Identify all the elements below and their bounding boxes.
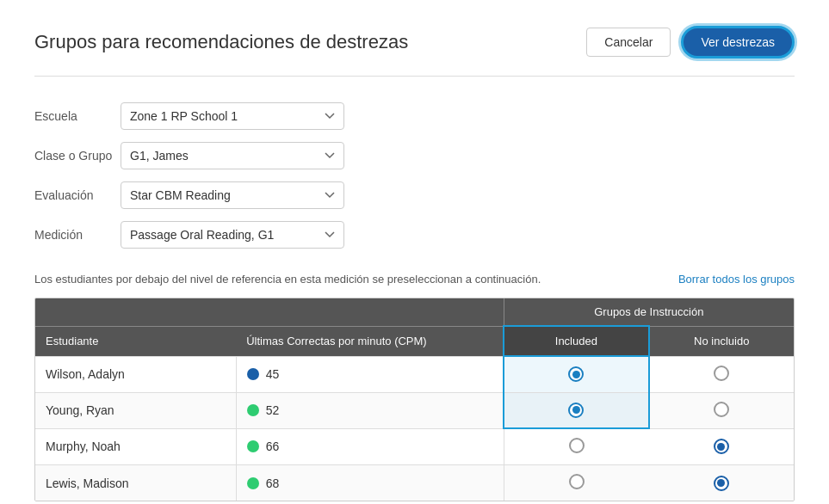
group-header-row: Grupos de Instrucción bbox=[35, 298, 794, 326]
not-included-radio-cell[interactable] bbox=[649, 356, 794, 392]
cpm-value: 45 bbox=[266, 367, 280, 381]
student-name-cell: Young, Ryan bbox=[35, 392, 236, 428]
included-radio[interactable] bbox=[569, 438, 585, 453]
included-radio[interactable] bbox=[568, 366, 584, 382]
clase-label: Clase o Grupo bbox=[34, 149, 121, 163]
score-dot bbox=[247, 404, 259, 416]
not-included-radio[interactable] bbox=[714, 366, 729, 381]
col-student-header: Estudiante bbox=[35, 326, 236, 356]
cancel-button[interactable]: Cancelar bbox=[586, 28, 671, 57]
escuela-label: Escuela bbox=[34, 109, 121, 123]
medicion-row: Medición Passage Oral Reading, G1 bbox=[34, 221, 795, 249]
student-name-cell: Lewis, Madison bbox=[35, 465, 236, 501]
not-included-radio[interactable] bbox=[714, 439, 729, 454]
cpm-cell: 68 bbox=[236, 465, 504, 501]
ver-destrezas-button[interactable]: Ver destrezas bbox=[681, 26, 795, 58]
form-section: Escuela Zone 1 RP School 1 Clase o Grupo… bbox=[34, 102, 795, 249]
info-text: Los estudiantes por debajo del nivel de … bbox=[34, 273, 541, 286]
cpm-value: 66 bbox=[266, 439, 280, 453]
included-radio-cell[interactable] bbox=[504, 465, 648, 501]
medicion-label: Medición bbox=[34, 228, 121, 242]
header-buttons: Cancelar Ver destrezas bbox=[586, 26, 795, 58]
not-included-radio[interactable] bbox=[714, 476, 729, 491]
score-dot bbox=[247, 477, 259, 489]
page-header: Grupos para recomendaciones de destrezas… bbox=[34, 26, 795, 77]
table-row: Lewis, Madison68 bbox=[35, 465, 794, 501]
not-included-radio[interactable] bbox=[714, 402, 729, 417]
table-row: Young, Ryan52 bbox=[35, 392, 794, 428]
not-included-radio-cell[interactable] bbox=[649, 392, 794, 428]
table-row: Murphy, Noah66 bbox=[35, 428, 794, 465]
medicion-select[interactable]: Passage Oral Reading, G1 bbox=[121, 221, 344, 249]
col-cpm-header: Últimas Correctas por minuto (CPM) bbox=[236, 326, 504, 356]
not-included-radio-cell[interactable] bbox=[649, 428, 794, 465]
not-included-radio-cell[interactable] bbox=[649, 465, 794, 501]
col-not-included-header: No incluido bbox=[649, 326, 794, 356]
clase-row: Clase o Grupo G1, James bbox=[34, 142, 795, 169]
included-radio-cell[interactable] bbox=[504, 428, 648, 465]
group-header-cell: Grupos de Instrucción bbox=[504, 298, 794, 326]
included-radio[interactable] bbox=[569, 474, 585, 489]
escuela-select[interactable]: Zone 1 RP School 1 bbox=[121, 102, 344, 130]
student-name-cell: Wilson, Adalyn bbox=[35, 356, 236, 392]
included-radio[interactable] bbox=[568, 403, 584, 418]
student-name-cell: Murphy, Noah bbox=[35, 428, 236, 465]
cpm-cell: 66 bbox=[236, 428, 504, 465]
cpm-cell: 45 bbox=[236, 356, 504, 392]
cpm-value: 52 bbox=[266, 403, 280, 417]
clear-groups-link[interactable]: Borrar todos los grupos bbox=[678, 273, 795, 286]
clase-select[interactable]: G1, James bbox=[121, 142, 344, 169]
students-table: Grupos de Instrucción Estudiante Últimas… bbox=[35, 298, 794, 501]
evaluacion-select[interactable]: Star CBM Reading bbox=[121, 181, 344, 209]
included-radio-cell[interactable] bbox=[504, 356, 648, 392]
escuela-row: Escuela Zone 1 RP School 1 bbox=[34, 102, 795, 130]
page-title: Grupos para recomendaciones de destrezas bbox=[34, 31, 408, 53]
col-included-header: Included bbox=[504, 326, 648, 356]
score-dot bbox=[247, 440, 259, 452]
score-dot bbox=[247, 368, 259, 380]
col-header-row: Estudiante Últimas Correctas por minuto … bbox=[35, 326, 794, 356]
students-table-container: Grupos de Instrucción Estudiante Últimas… bbox=[34, 298, 795, 501]
cpm-value: 68 bbox=[266, 476, 280, 490]
cpm-cell: 52 bbox=[236, 392, 504, 428]
info-row: Los estudiantes por debajo del nivel de … bbox=[34, 273, 795, 286]
evaluacion-label: Evaluación bbox=[34, 188, 121, 202]
included-radio-cell[interactable] bbox=[504, 392, 648, 428]
table-row: Wilson, Adalyn45 bbox=[35, 356, 794, 392]
evaluacion-row: Evaluación Star CBM Reading bbox=[34, 181, 795, 209]
